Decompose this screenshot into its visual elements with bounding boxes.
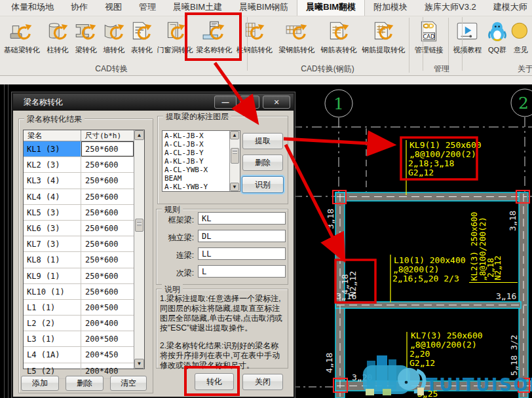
ribbon-button-3[interactable]: 墙转化 xyxy=(100,18,128,61)
table-row-2[interactable]: KL3 (4)250*600 xyxy=(24,173,134,189)
beam-name-cell[interactable]: KL9 (1) xyxy=(24,268,81,283)
close-button[interactable]: 关闭 xyxy=(242,374,283,390)
table-row-8[interactable]: KL9 (1)250*600 xyxy=(24,268,134,284)
layer-item-3[interactable]: A-KL-JB-Y xyxy=(164,157,229,166)
beam-size-cell[interactable]: 250*600 xyxy=(81,252,134,267)
beam-name-cell[interactable]: L1 (1) xyxy=(24,300,81,315)
beam-size-cell[interactable]: 200*500 xyxy=(81,300,134,315)
ribbon-button-2[interactable]: 梁转化 xyxy=(72,18,100,61)
tab-1[interactable]: 协作 xyxy=(62,0,96,16)
grid-bubble-1: 1 xyxy=(325,90,352,117)
ribbon-button-4[interactable]: 表转化 xyxy=(128,18,156,61)
beam-size-cell[interactable]: 250*600 xyxy=(81,284,134,299)
ribbon-button-14[interactable]: 视频教程 xyxy=(450,18,485,61)
beam-name-cell[interactable]: KL5 (3) xyxy=(24,205,81,220)
ribbon-button-10[interactable]: 钢筋提取转化 xyxy=(359,18,408,61)
tab-3[interactable]: 管理 xyxy=(130,0,164,16)
convert-button[interactable]: 转化 xyxy=(195,373,234,390)
ribbon-button-15[interactable]: QQ群 xyxy=(485,18,510,61)
tab-4[interactable]: 晨曦BIM土建 xyxy=(164,0,231,16)
layer-scrollbar[interactable]: ▲ ▼ xyxy=(229,131,240,191)
dialog-title-bar[interactable]: 梁名称转化 — □ ✕ xyxy=(13,94,294,111)
recognize-button[interactable]: 识别 xyxy=(242,176,284,193)
table-row-3[interactable]: KL4 (4)250*600 xyxy=(24,189,134,205)
secondary-beam-input[interactable]: L xyxy=(198,265,286,278)
table-row-5[interactable]: KL6 (3)250*600 xyxy=(24,221,134,236)
delete-layer-button[interactable]: 删除 xyxy=(242,154,283,171)
ribbon-button-8[interactable]: 梁钢筋转化 xyxy=(275,18,318,61)
table-row-4[interactable]: KL5 (3)250*600 xyxy=(24,205,134,221)
table-row-0[interactable]: KL1 (3)250*600 xyxy=(24,141,134,157)
beam-size-cell[interactable]: 250*600 xyxy=(81,189,134,204)
layer-item-6[interactable]: A-KL-YWB-Y xyxy=(164,183,229,191)
ribbon-button-5[interactable]: 门窗洞转化 xyxy=(156,18,195,61)
tab-2[interactable]: 视图 xyxy=(96,0,130,16)
layer-item-4[interactable]: A-CL-YWB-X xyxy=(164,166,229,174)
beam-name-cell[interactable]: L3 (1) xyxy=(24,331,81,346)
ribbon-group-label-3: 关于 xyxy=(518,63,532,75)
beam-size-cell[interactable]: 200*400 xyxy=(81,316,134,331)
table-row-11[interactable]: L2 (2)200*400 xyxy=(24,316,134,331)
scroll-up-icon[interactable]: ▲ xyxy=(134,130,144,140)
table-row-9[interactable]: KL10 (1)250*600 xyxy=(24,284,134,300)
layer-item-5[interactable]: BEAM xyxy=(164,174,229,183)
ribbon-button-1[interactable]: 柱转化 xyxy=(43,18,72,61)
tab-5[interactable]: 晨曦BIM钢筋 xyxy=(231,0,297,16)
tab-8[interactable]: 族库大师V3.2 xyxy=(416,0,485,16)
beam-size-cell[interactable]: 250*600 xyxy=(81,236,134,251)
beam-name-cell[interactable]: KL7 (3) xyxy=(24,236,81,251)
table-row-6[interactable]: KL7 (3)250*600 xyxy=(24,236,134,252)
ribbon-button-7[interactable]: 柱钢筋转化 xyxy=(234,18,275,61)
tab-6[interactable]: 晨曦BIM翻模 xyxy=(297,0,365,16)
beam-name-cell[interactable]: KL2 (3) xyxy=(24,157,81,172)
link-beam-input[interactable]: LL xyxy=(198,247,286,260)
scroll-down-icon[interactable]: ▼ xyxy=(134,359,144,369)
beam-name-cell[interactable]: KL3 (4) xyxy=(24,173,81,188)
beam-size-cell[interactable]: 200*500 xyxy=(81,331,134,346)
delete-row-button[interactable]: 删除 xyxy=(66,376,104,391)
beam-name-cell[interactable]: KL8 (1) xyxy=(24,252,81,267)
layer-item-0[interactable]: A-KL-JB-X xyxy=(164,132,229,140)
ribbon-button-16[interactable]: 意见 xyxy=(510,18,532,61)
layer-item-2[interactable]: A-CL-JB-Y xyxy=(164,149,229,157)
frame-beam-input[interactable]: KL xyxy=(198,212,286,225)
table-row-7[interactable]: KL8 (1)250*600 xyxy=(24,252,134,268)
close-icon[interactable]: ✕ xyxy=(263,96,290,109)
beam-size-cell[interactable]: 250*600 xyxy=(81,173,134,188)
beam-name-cell[interactable]: L2 (2) xyxy=(24,316,81,331)
scroll-down-icon[interactable]: ▼ xyxy=(230,183,239,191)
tab-7[interactable]: 附加模块 xyxy=(365,0,416,16)
table-row-1[interactable]: KL2 (3)250*600 xyxy=(24,157,134,173)
tab-0[interactable]: 体量和场地 xyxy=(3,0,62,16)
beam-name-cell[interactable]: KL6 (3) xyxy=(24,221,81,236)
table-row-10[interactable]: L1 (1)200*500 xyxy=(24,300,134,316)
minimize-icon[interactable]: — xyxy=(214,96,237,109)
clear-button[interactable]: 清空 xyxy=(110,376,147,391)
video-tutorial-icon xyxy=(455,19,480,44)
layer-listbox[interactable]: A-KL-JB-XA-CL-JB-XA-CL-JB-YA-KL-JB-YA-CL… xyxy=(162,130,240,192)
maximize-icon[interactable]: □ xyxy=(240,96,259,109)
ribbon-button-6[interactable]: 梁名称转化 xyxy=(194,18,234,61)
add-button[interactable]: 添加 xyxy=(21,376,59,391)
table-scrollbar[interactable]: ▲ ▼ xyxy=(134,130,144,369)
independent-beam-input[interactable]: DL xyxy=(198,230,286,242)
ribbon-button-9[interactable]: 钢筋表转化 xyxy=(318,18,360,61)
tab-9[interactable]: 建模大师（建筑） xyxy=(485,0,532,16)
beam-name-cell[interactable]: KL10 (1) xyxy=(24,284,81,299)
extract-button[interactable]: 提取 xyxy=(242,133,283,149)
beam-size-cell[interactable]: 250*600 xyxy=(81,157,134,172)
beam-name-cell[interactable]: KL4 (4) xyxy=(24,189,81,204)
beam-size-cell[interactable]: 250*600 xyxy=(81,268,134,283)
table-row-13[interactable]: L4 (1A)200*450 xyxy=(24,347,134,363)
scroll-up-icon[interactable]: ▲ xyxy=(230,131,239,139)
beam-name-cell[interactable]: L4 (1A) xyxy=(24,347,81,362)
layer-item-1[interactable]: A-CL-JB-X xyxy=(164,140,229,149)
beam-size-cell[interactable]: 250*600 xyxy=(81,141,134,156)
beam-size-cell[interactable]: 250*600 xyxy=(81,221,134,236)
ribbon-button-0[interactable]: 基础梁转化 xyxy=(0,18,43,61)
beam-size-cell[interactable]: 250*600 xyxy=(81,205,134,220)
beam-size-cell[interactable]: 200*450 xyxy=(81,347,134,362)
ribbon-button-12[interactable]: CAD管理链接 xyxy=(411,18,447,61)
beam-name-cell[interactable]: KL1 (3) xyxy=(24,141,81,156)
table-row-12[interactable]: L3 (1)200*500 xyxy=(24,331,134,347)
